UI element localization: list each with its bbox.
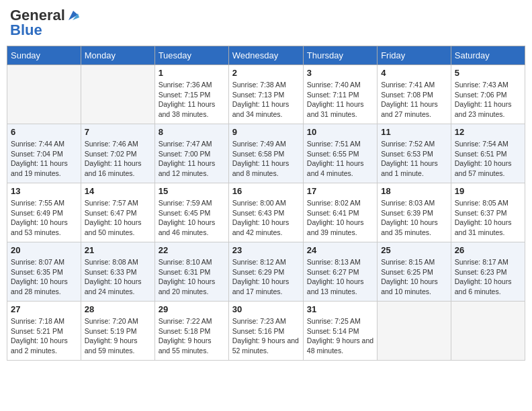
day-info: Sunrise: 7:44 AMSunset: 7:04 PMDaylight:…	[11, 139, 77, 179]
calendar-cell: 23Sunrise: 8:12 AMSunset: 6:29 PMDayligh…	[228, 242, 303, 302]
calendar-cell: 17Sunrise: 8:02 AMSunset: 6:41 PMDayligh…	[303, 183, 377, 242]
calendar-cell: 11Sunrise: 7:52 AMSunset: 6:53 PMDayligh…	[378, 124, 451, 183]
day-info: Sunrise: 7:43 AMSunset: 7:06 PMDaylight:…	[455, 80, 521, 120]
day-info: Sunrise: 7:25 AMSunset: 5:14 PMDaylight:…	[307, 316, 373, 356]
calendar-day-header: Tuesday	[154, 46, 228, 65]
logo-icon	[66, 8, 81, 23]
day-number: 30	[232, 304, 300, 314]
calendar-cell: 1Sunrise: 7:36 AMSunset: 7:15 PMDaylight…	[154, 65, 228, 124]
calendar-day-header: Sunday	[7, 46, 81, 65]
day-info: Sunrise: 8:07 AMSunset: 6:35 PMDaylight:…	[11, 257, 77, 297]
day-info: Sunrise: 8:12 AMSunset: 6:29 PMDaylight:…	[232, 257, 300, 297]
calendar-day-header: Wednesday	[228, 46, 303, 65]
calendar-cell: 22Sunrise: 8:10 AMSunset: 6:31 PMDayligh…	[154, 242, 228, 302]
day-info: Sunrise: 8:00 AMSunset: 6:43 PMDaylight:…	[232, 198, 300, 238]
day-number: 27	[11, 304, 77, 314]
day-number: 22	[159, 245, 225, 255]
day-info: Sunrise: 8:10 AMSunset: 6:31 PMDaylight:…	[159, 257, 225, 297]
day-info: Sunrise: 7:55 AMSunset: 6:49 PMDaylight:…	[11, 198, 77, 238]
day-info: Sunrise: 7:41 AMSunset: 7:08 PMDaylight:…	[381, 80, 447, 120]
calendar-week-row: 20Sunrise: 8:07 AMSunset: 6:35 PMDayligh…	[7, 242, 525, 302]
day-number: 9	[232, 127, 300, 137]
day-number: 20	[11, 245, 77, 255]
day-number: 19	[455, 186, 521, 196]
calendar-cell: 27Sunrise: 7:18 AMSunset: 5:21 PMDayligh…	[7, 302, 81, 361]
logo: General Blue	[10, 7, 81, 39]
day-number: 8	[159, 127, 225, 137]
calendar-cell: 30Sunrise: 7:23 AMSunset: 5:16 PMDayligh…	[228, 302, 303, 361]
calendar-cell: 13Sunrise: 7:55 AMSunset: 6:49 PMDayligh…	[7, 183, 81, 242]
calendar-cell: 2Sunrise: 7:38 AMSunset: 7:13 PMDaylight…	[228, 65, 303, 124]
calendar-cell: 4Sunrise: 7:41 AMSunset: 7:08 PMDaylight…	[378, 65, 451, 124]
day-number: 11	[381, 127, 447, 137]
day-info: Sunrise: 7:51 AMSunset: 6:55 PMDaylight:…	[307, 139, 373, 179]
day-info: Sunrise: 7:22 AMSunset: 5:18 PMDaylight:…	[159, 316, 225, 356]
calendar-cell: 7Sunrise: 7:46 AMSunset: 7:02 PMDaylight…	[81, 124, 154, 183]
day-info: Sunrise: 7:20 AMSunset: 5:19 PMDaylight:…	[85, 316, 151, 356]
calendar-cell: 16Sunrise: 8:00 AMSunset: 6:43 PMDayligh…	[228, 183, 303, 242]
day-number: 15	[159, 186, 225, 196]
day-info: Sunrise: 7:36 AMSunset: 7:15 PMDaylight:…	[159, 80, 225, 120]
day-info: Sunrise: 7:49 AMSunset: 6:58 PMDaylight:…	[232, 139, 300, 179]
calendar-week-row: 13Sunrise: 7:55 AMSunset: 6:49 PMDayligh…	[7, 183, 525, 242]
day-number: 25	[381, 245, 447, 255]
day-number: 5	[455, 68, 521, 78]
calendar-cell: 15Sunrise: 7:59 AMSunset: 6:45 PMDayligh…	[154, 183, 228, 242]
day-info: Sunrise: 7:23 AMSunset: 5:16 PMDaylight:…	[232, 316, 300, 356]
day-info: Sunrise: 7:38 AMSunset: 7:13 PMDaylight:…	[232, 80, 300, 120]
day-number: 13	[11, 186, 77, 196]
day-info: Sunrise: 8:08 AMSunset: 6:33 PMDaylight:…	[85, 257, 151, 297]
calendar-day-header: Monday	[81, 46, 154, 65]
calendar-week-row: 1Sunrise: 7:36 AMSunset: 7:15 PMDaylight…	[7, 65, 525, 124]
calendar-cell: 14Sunrise: 7:57 AMSunset: 6:47 PMDayligh…	[81, 183, 154, 242]
calendar-cell: 29Sunrise: 7:22 AMSunset: 5:18 PMDayligh…	[154, 302, 228, 361]
day-number: 3	[307, 68, 373, 78]
calendar-day-header: Friday	[378, 46, 451, 65]
calendar-cell: 19Sunrise: 8:05 AMSunset: 6:37 PMDayligh…	[451, 183, 525, 242]
day-number: 2	[232, 68, 300, 78]
day-number: 18	[381, 186, 447, 196]
calendar-cell: 10Sunrise: 7:51 AMSunset: 6:55 PMDayligh…	[303, 124, 377, 183]
calendar-cell: 21Sunrise: 8:08 AMSunset: 6:33 PMDayligh…	[81, 242, 154, 302]
day-number: 28	[85, 304, 151, 314]
calendar-cell	[81, 65, 154, 124]
calendar-day-header: Saturday	[451, 46, 525, 65]
calendar-cell	[451, 302, 525, 361]
calendar-cell: 28Sunrise: 7:20 AMSunset: 5:19 PMDayligh…	[81, 302, 154, 361]
logo-blue: Blue	[10, 21, 42, 39]
day-info: Sunrise: 7:52 AMSunset: 6:53 PMDaylight:…	[381, 139, 447, 179]
day-info: Sunrise: 8:05 AMSunset: 6:37 PMDaylight:…	[455, 198, 521, 238]
calendar-cell: 8Sunrise: 7:47 AMSunset: 7:00 PMDaylight…	[154, 124, 228, 183]
day-number: 23	[232, 245, 300, 255]
calendar-cell: 26Sunrise: 8:17 AMSunset: 6:23 PMDayligh…	[451, 242, 525, 302]
day-info: Sunrise: 8:17 AMSunset: 6:23 PMDaylight:…	[455, 257, 521, 297]
day-number: 29	[159, 304, 225, 314]
calendar-header-row: SundayMondayTuesdayWednesdayThursdayFrid…	[7, 46, 525, 65]
calendar-week-row: 6Sunrise: 7:44 AMSunset: 7:04 PMDaylight…	[7, 124, 525, 183]
day-info: Sunrise: 8:03 AMSunset: 6:39 PMDaylight:…	[381, 198, 447, 238]
calendar-week-row: 27Sunrise: 7:18 AMSunset: 5:21 PMDayligh…	[7, 302, 525, 361]
calendar-cell: 3Sunrise: 7:40 AMSunset: 7:11 PMDaylight…	[303, 65, 377, 124]
calendar-cell: 25Sunrise: 8:15 AMSunset: 6:25 PMDayligh…	[378, 242, 451, 302]
day-number: 4	[381, 68, 447, 78]
day-info: Sunrise: 7:40 AMSunset: 7:11 PMDaylight:…	[307, 80, 373, 120]
day-number: 10	[307, 127, 373, 137]
calendar-cell: 24Sunrise: 8:13 AMSunset: 6:27 PMDayligh…	[303, 242, 377, 302]
calendar-cell: 9Sunrise: 7:49 AMSunset: 6:58 PMDaylight…	[228, 124, 303, 183]
day-info: Sunrise: 8:15 AMSunset: 6:25 PMDaylight:…	[381, 257, 447, 297]
calendar-cell: 20Sunrise: 8:07 AMSunset: 6:35 PMDayligh…	[7, 242, 81, 302]
day-number: 16	[232, 186, 300, 196]
calendar-cell: 12Sunrise: 7:54 AMSunset: 6:51 PMDayligh…	[451, 124, 525, 183]
day-number: 21	[85, 245, 151, 255]
calendar-cell	[7, 65, 81, 124]
day-info: Sunrise: 7:57 AMSunset: 6:47 PMDaylight:…	[85, 198, 151, 238]
page-header: General Blue	[7, 7, 525, 39]
day-number: 26	[455, 245, 521, 255]
day-number: 17	[307, 186, 373, 196]
calendar-table: SundayMondayTuesdayWednesdayThursdayFrid…	[7, 46, 525, 361]
calendar-cell: 31Sunrise: 7:25 AMSunset: 5:14 PMDayligh…	[303, 302, 377, 361]
day-number: 31	[307, 304, 373, 314]
day-number: 14	[85, 186, 151, 196]
day-number: 24	[307, 245, 373, 255]
day-info: Sunrise: 7:18 AMSunset: 5:21 PMDaylight:…	[11, 316, 77, 356]
